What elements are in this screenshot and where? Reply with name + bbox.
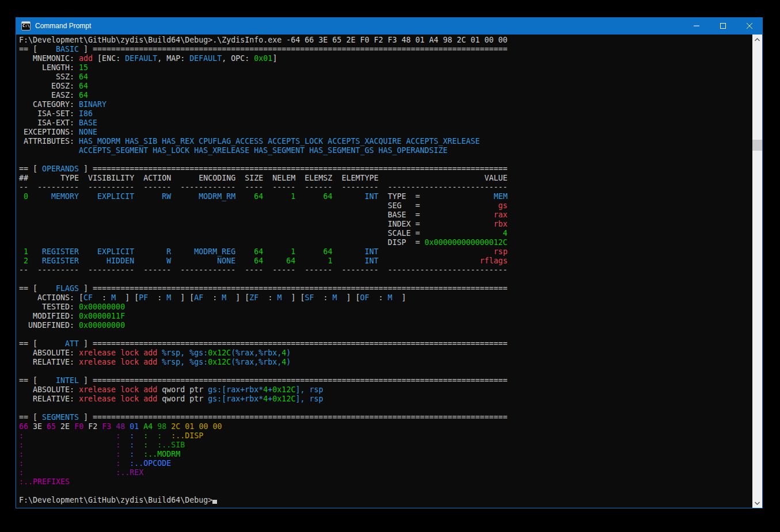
terminal-line: LENGTH: 15 [19,63,508,72]
terminal-line: == [ INTEL ] ===========================… [19,376,508,385]
terminal-line: :..PREFIXES [19,477,508,487]
terminal-line: ISA-SET: I86 [19,109,508,118]
maximize-button[interactable] [710,17,736,35]
minimize-icon [694,23,699,29]
terminal-line: -- --------- ---------- ------ ---------… [19,183,508,192]
terminal-line [19,155,508,164]
close-button[interactable] [736,17,763,35]
terminal-line: UNDEFINED: 0x00000000 [19,321,508,330]
terminal-line: ISA-EXT: BASE [19,118,508,128]
maximize-icon [720,23,726,29]
terminal-line: EOSZ: 64 [19,82,508,91]
terminal-line: INDEX = rbx [19,220,508,229]
terminal-line: F:\Development\GitHub\zydis\Build64\Debu… [19,36,508,45]
console-area[interactable]: F:\Development\GitHub\zydis\Build64\Debu… [16,35,762,508]
terminal-line: : : : : : :..DISP [19,431,508,441]
terminal-output: F:\Development\GitHub\zydis\Build64\Debu… [19,36,508,505]
terminal-line: : : : :..MODRM [19,450,508,459]
terminal-line: ABSOLUTE: xrelease lock add qword ptr gs… [19,385,508,395]
terminal-line [19,330,508,339]
terminal-line [19,275,508,284]
chevron-up-icon [755,38,760,41]
terminal-line: MNEMONIC: add [ENC: DEFAULT, MAP: DEFAUL… [19,54,508,63]
scrollbar-thumb[interactable] [752,140,762,151]
minimize-button[interactable] [683,17,710,35]
terminal-line: RELATIVE: xrelease lock add qword ptr gs… [19,395,508,404]
terminal-line: == [ FLAGS ] ===========================… [19,284,508,293]
terminal-line: == [ ATT ] =============================… [19,339,508,349]
terminal-line: ATTRIBUTES: HAS_MODRM HAS_SIB HAS_REX CP… [19,137,508,146]
terminal-line: : :..REX [19,468,508,477]
terminal-line: : : :..OPCODE [19,459,508,468]
terminal-line: -- --------- ---------- ------ ---------… [19,266,508,275]
terminal-line: 1 REGISTER EXPLICIT R MODRM_REG 64 1 64 … [19,247,508,257]
terminal-line: SSZ: 64 [19,72,508,82]
titlebar[interactable]: C:\ Command Prompt [16,17,763,35]
terminal-line: EASZ: 64 [19,91,508,100]
window-controls [683,17,763,35]
terminal-line: ABSOLUTE: xrelease lock add %rsp, %gs:0x… [19,349,508,358]
terminal-line: MODIFIED: 0x0000011F [19,312,508,321]
scroll-down-button[interactable] [752,498,762,508]
terminal-line: ## TYPE VISIBILITY ACTION ENCODING SIZE … [19,174,508,183]
terminal-line: ACCEPTS_SEGMENT HAS_LOCK HAS_XRELEASE HA… [19,146,508,155]
scroll-up-button[interactable] [752,35,762,44]
terminal-line [19,487,508,496]
terminal-line [19,404,508,413]
terminal-line: EXCEPTIONS: NONE [19,128,508,137]
terminal-line: BASE = rax [19,210,508,220]
text-cursor [212,500,217,504]
terminal-line [19,367,508,376]
command-prompt-window: C:\ Command Prompt F:\Developme [16,17,763,508]
terminal-line: DISP = 0x000000000000012C [19,238,508,247]
terminal-line: == [ OPERANDS ] ========================… [19,164,508,174]
terminal-line: SEG = gs [19,201,508,210]
terminal-line: == [ BASIC ] ===========================… [19,45,508,54]
terminal-line: : : : : :..SIB [19,441,508,450]
cmd-icon: C:\ [21,21,31,30]
terminal-line: 66 3E 65 2E F0 F2 F3 48 01 A4 98 2C 01 0… [19,422,508,431]
terminal-line: 0 MEMORY EXPLICIT RW MODRM_RM 64 1 64 IN… [19,192,508,201]
terminal-line: RELATIVE: xrelease lock add %rsp, %gs:0x… [19,358,508,367]
terminal-line: ACTIONS: [CF : M ] [PF : M ] [AF : M ] [… [19,293,508,303]
terminal-line: == [ SEGMENTS ] ========================… [19,413,508,422]
chevron-down-icon [755,502,760,505]
terminal-line: TESTED: 0x00000000 [19,303,508,312]
close-icon [747,23,752,29]
terminal-line: F:\Development\GitHub\zydis\Build64\Debu… [19,496,508,505]
window-title: Command Prompt [35,22,91,30]
terminal-line: CATEGORY: BINARY [19,100,508,109]
cmd-icon-prompt-glyph: C:\ [22,24,30,28]
terminal-line: 2 REGISTER HIDDEN W NONE 64 64 1 INT rfl… [19,257,508,266]
terminal-line: SCALE = 4 [19,229,508,238]
scrollbar[interactable] [752,35,762,508]
